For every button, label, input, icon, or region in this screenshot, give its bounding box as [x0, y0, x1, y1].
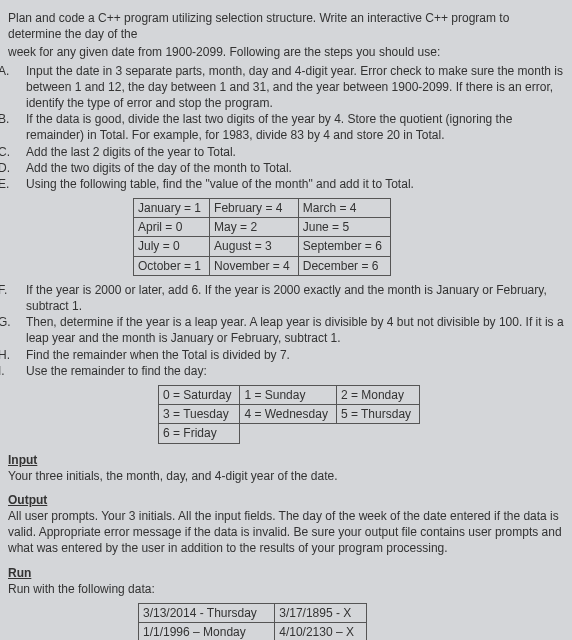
output-heading: Output	[8, 492, 564, 508]
step-b: B.If the data is good, divide the last t…	[8, 111, 564, 143]
intro-line-1: Plan and code a C++ program utilizing se…	[8, 10, 564, 42]
mt-1-0: April = 0	[134, 218, 210, 237]
step-g: G.Then, determine if the year is a leap …	[8, 314, 564, 346]
day-table: 0 = Saturday1 = Sunday2 = Monday 3 = Tue…	[158, 385, 564, 444]
run-section: Run Run with the following data:	[8, 565, 564, 597]
run-table: 3/13/2014 - Thursday3/17/1895 - X 1/1/19…	[138, 603, 564, 640]
step-a-text: Input the date in 3 separate parts, mont…	[26, 64, 563, 110]
output-section: Output All user prompts. Your 3 initials…	[8, 492, 564, 557]
mt-3-2: December = 6	[298, 256, 390, 275]
dt-0-2: 2 = Monday	[336, 385, 419, 404]
mt-1-1: May = 2	[210, 218, 299, 237]
step-c-text: Add the last 2 digits of the year to Tot…	[26, 145, 236, 159]
rt-0-0: 3/13/2014 - Thursday	[139, 604, 275, 623]
input-heading: Input	[8, 452, 564, 468]
mt-0-0: January = 1	[134, 199, 210, 218]
step-i: I.Use the remainder to find the day:	[8, 363, 564, 379]
step-b-text: If the data is good, divide the last two…	[26, 112, 512, 142]
dt-0-1: 1 = Sunday	[240, 385, 337, 404]
mt-2-0: July = 0	[134, 237, 210, 256]
mt-3-0: October = 1	[134, 256, 210, 275]
dt-2-2	[336, 424, 419, 443]
dt-0-0: 0 = Saturday	[159, 385, 240, 404]
rt-1-1: 4/10/2130 – X	[275, 623, 367, 640]
input-body: Your three initials, the month, day, and…	[8, 468, 564, 484]
step-d: D.Add the two digits of the day of the m…	[8, 160, 564, 176]
month-table: January = 1February = 4March = 4 April =…	[133, 198, 564, 276]
rt-1-0: 1/1/1996 – Monday	[139, 623, 275, 640]
dt-2-1	[240, 424, 337, 443]
step-f-text: If the year is 2000 or later, add 6. If …	[26, 283, 547, 313]
step-e-text: Using the following table, find the "val…	[26, 177, 414, 191]
step-d-text: Add the two digits of the day of the mon…	[26, 161, 292, 175]
dt-1-1: 4 = Wednesday	[240, 405, 337, 424]
mt-1-2: June = 5	[298, 218, 390, 237]
mt-3-1: November = 4	[210, 256, 299, 275]
output-body: All user prompts. Your 3 initials. All t…	[8, 508, 564, 557]
run-heading: Run	[8, 565, 564, 581]
mt-0-2: March = 4	[298, 199, 390, 218]
step-e: E.Using the following table, find the "v…	[8, 176, 564, 192]
mt-0-1: February = 4	[210, 199, 299, 218]
step-c: C.Add the last 2 digits of the year to T…	[8, 144, 564, 160]
input-section: Input Your three initials, the month, da…	[8, 452, 564, 484]
step-f: F.If the year is 2000 or later, add 6. I…	[8, 282, 564, 314]
step-h-text: Find the remainder when the Total is div…	[26, 348, 290, 362]
mt-2-2: September = 6	[298, 237, 390, 256]
dt-2-0: 6 = Friday	[159, 424, 240, 443]
mt-2-1: August = 3	[210, 237, 299, 256]
rt-0-1: 3/17/1895 - X	[275, 604, 367, 623]
step-i-text: Use the remainder to find the day:	[26, 364, 207, 378]
step-a: A.Input the date in 3 separate parts, mo…	[8, 63, 564, 112]
dt-1-0: 3 = Tuesday	[159, 405, 240, 424]
step-h: H.Find the remainder when the Total is d…	[8, 347, 564, 363]
run-body: Run with the following data:	[8, 581, 564, 597]
step-g-text: Then, determine if the year is a leap ye…	[26, 315, 564, 345]
dt-1-2: 5 = Thursday	[336, 405, 419, 424]
intro-line-2: week for any given date from 1900-2099. …	[8, 44, 564, 60]
